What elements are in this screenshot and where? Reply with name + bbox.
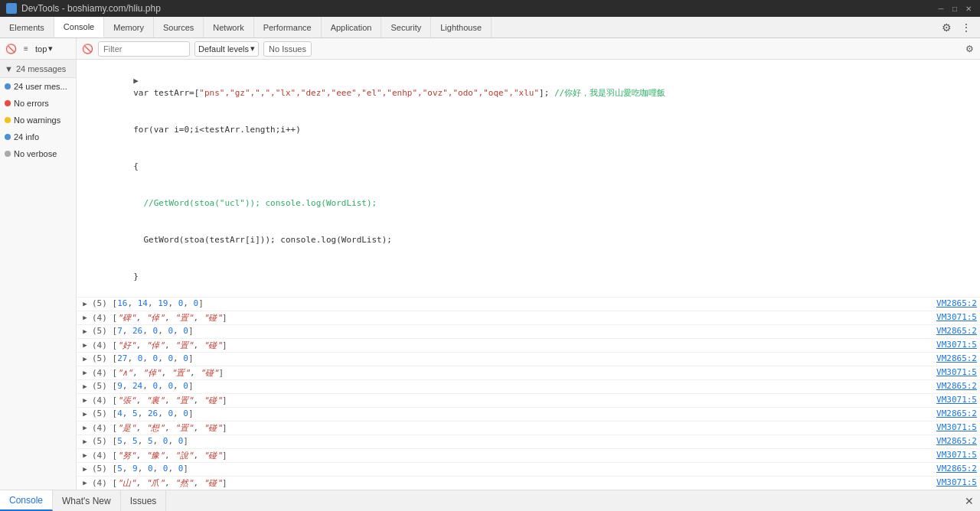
source-link[interactable]: VM2865:2 [936, 381, 977, 391]
console-output[interactable]: ▶ var testArr=["pns","gz",",","lx","dez"… [77, 60, 980, 490]
table-row: ▶(4) ["∧", "倬", "置", "碰"]VM3071:5 [77, 366, 980, 380]
source-link[interactable]: VM3071:5 [936, 450, 977, 460]
bottom-tab-issues[interactable]: Issues [121, 490, 167, 511]
console-row-content: (4) ["張", "裏", "置", "碰"] [92, 395, 930, 406]
console-row-content: (4) ["好", "倬", "置", "碰"] [92, 340, 930, 351]
expand-toggle-icon[interactable]: ▶ [81, 300, 89, 308]
console-row-content: (4) ["山", "爪", "然", "碰"] [92, 477, 930, 489]
expand-arrow: ▼ [5, 64, 13, 73]
settings-icon[interactable]: ⚙ [937, 18, 956, 37]
more-options-icon[interactable]: ⋮ [957, 18, 975, 37]
table-row: ▶(5) [16, 14, 19, 0, 0]VM2865:2 [77, 298, 980, 311]
level-dropdown[interactable]: top ▾ [35, 44, 53, 54]
table-row: ▶(4) ["碑", "倬", "置", "碰"]VM3071:5 [77, 311, 980, 325]
bottom-tab-whats-new[interactable]: What's New [53, 490, 121, 511]
main-area: 🚫 ≡ top ▾ ▼ 24 messages 24 user mes... N… [0, 38, 980, 490]
no-issues-button[interactable]: No Issues [263, 41, 312, 57]
expand-toggle-icon[interactable]: ▶ [81, 410, 89, 418]
console-row-content: (5) [16, 14, 19, 0, 0] [92, 298, 930, 308]
sidebar-item-user-messages[interactable]: 24 user mes... [0, 78, 76, 95]
source-link[interactable]: VM3071:5 [936, 477, 977, 487]
dock-icon[interactable]: ⚙ [963, 43, 975, 55]
devtools-icon [6, 3, 17, 14]
dot-icon [5, 83, 11, 90]
expand-toggle-icon[interactable]: ▶ [81, 438, 89, 445]
table-row: ▶(4) ["好", "倬", "置", "碰"]VM3071:5 [77, 339, 980, 353]
code-line-1: ▶ var testArr=["pns","gz",",","lx","dez"… [83, 63, 974, 112]
expand-toggle-icon[interactable]: ▶ [81, 355, 89, 363]
source-link[interactable]: VM3071:5 [936, 367, 977, 377]
source-link[interactable]: VM3071:5 [936, 312, 977, 322]
table-row: ▶(5) [5, 9, 0, 0, 0]VM2865:2 [77, 463, 980, 477]
close-icon[interactable]: ✕ [963, 3, 974, 14]
console-row-content: (5) [27, 0, 0, 0, 0] [92, 353, 930, 363]
bottom-tab-console[interactable]: Console [0, 490, 53, 511]
table-row: ▶(4) ["是", "想", "置", "碰"]VM3071:5 [77, 421, 980, 435]
tab-lighthouse[interactable]: Lighthouse [431, 17, 492, 37]
table-row: ▶(5) [5, 5, 5, 0, 0]VM2865:2 [77, 435, 980, 449]
expand-toggle-icon[interactable]: ▶ [81, 341, 89, 349]
source-link[interactable]: VM2865:2 [936, 353, 977, 363]
clear-console-button[interactable]: 🚫 [81, 43, 93, 55]
expand-toggle-icon[interactable]: ▶ [81, 451, 89, 459]
console-toolbar: 🚫 Default levels ▾ No Issues ⚙ [77, 38, 980, 60]
code-block: ▶ var testArr=["pns","gz",",","lx","dez"… [77, 61, 980, 298]
source-link[interactable]: VM2865:2 [936, 408, 977, 418]
table-row: ▶(5) [7, 26, 0, 0, 0]VM2865:2 [77, 325, 980, 339]
sidebar-item-no-verbose[interactable]: No verbose [0, 145, 76, 162]
console-panel: 🚫 Default levels ▾ No Issues ⚙ ▶ var tes… [77, 38, 980, 490]
sidebar: 🚫 ≡ top ▾ ▼ 24 messages 24 user mes... N… [0, 38, 77, 490]
dot-icon [5, 117, 11, 123]
source-link[interactable]: VM2865:2 [936, 464, 977, 474]
source-link[interactable]: VM3071:5 [936, 422, 977, 432]
code-line-5: GetWord(stoa(testArr[i])); console.log(W… [83, 222, 974, 259]
prompt-arrow: ▶ [133, 76, 139, 86]
close-bottom-bar-button[interactable]: ✕ [965, 495, 980, 507]
expand-toggle-icon[interactable]: ▶ [81, 465, 89, 473]
sidebar-item-info[interactable]: 24 info [0, 129, 76, 145]
window-controls: ─ □ ✕ [936, 3, 974, 14]
tab-elements[interactable]: Elements [0, 17, 54, 37]
tab-sources[interactable]: Sources [154, 17, 204, 37]
sidebar-clear-icon[interactable]: 🚫 [5, 43, 17, 55]
console-row-content: (4) ["碑", "倬", "置", "碰"] [92, 312, 930, 324]
expand-toggle-icon[interactable]: ▶ [81, 396, 89, 404]
expand-toggle-icon[interactable]: ▶ [81, 479, 89, 487]
tab-network[interactable]: Network [204, 17, 253, 37]
maximize-icon[interactable]: □ [949, 3, 960, 14]
expand-toggle-icon[interactable]: ▶ [81, 327, 89, 335]
tab-memory[interactable]: Memory [104, 17, 154, 37]
sidebar-top: 🚫 ≡ top ▾ [0, 38, 76, 60]
source-link[interactable]: VM3071:5 [936, 395, 977, 405]
tab-security[interactable]: Security [381, 17, 431, 37]
console-row-content: (4) ["努", "豫", "說", "碰"] [92, 450, 930, 461]
dot-icon [5, 151, 11, 157]
source-link[interactable]: VM3071:5 [936, 340, 977, 350]
tab-application[interactable]: Application [322, 17, 382, 37]
expand-toggle-icon[interactable]: ▶ [81, 314, 89, 321]
console-row-content: (4) ["∧", "倬", "置", "碰"] [92, 367, 930, 379]
source-link[interactable]: VM2865:2 [936, 436, 977, 446]
source-link[interactable]: VM2865:2 [936, 326, 977, 336]
minimize-icon[interactable]: ─ [936, 3, 946, 14]
expand-toggle-icon[interactable]: ▶ [81, 382, 89, 390]
tab-performance[interactable]: Performance [254, 17, 322, 37]
expand-toggle-icon[interactable]: ▶ [81, 424, 89, 431]
sidebar-item-no-warnings[interactable]: No warnings [0, 112, 76, 129]
source-link[interactable]: VM2865:2 [936, 298, 977, 308]
tab-console[interactable]: Console [54, 17, 104, 37]
filter-input[interactable] [98, 41, 190, 57]
table-row: ▶(5) [9, 24, 0, 0, 0]VM2865:2 [77, 380, 980, 394]
dot-icon [5, 134, 11, 140]
console-row-content: (5) [7, 26, 0, 0, 0] [92, 326, 930, 336]
default-levels-dropdown[interactable]: Default levels ▾ [194, 41, 259, 57]
console-row-content: (5) [5, 5, 5, 0, 0] [92, 436, 930, 446]
sidebar-item-no-errors[interactable]: No errors [0, 95, 76, 112]
code-line-4: //GetWord(stoa("ucl")); console.log(Word… [83, 185, 974, 222]
sidebar-expand-icon[interactable]: ≡ [20, 43, 32, 55]
console-row-content: (5) [4, 5, 26, 0, 0] [92, 408, 930, 418]
nav-settings: ⚙ ⋮ [937, 18, 980, 37]
table-row: ▶(4) ["努", "豫", "說", "碰"]VM3071:5 [77, 449, 980, 463]
expand-toggle-icon[interactable]: ▶ [81, 369, 89, 376]
msg-count-bar[interactable]: ▼ 24 messages [0, 60, 76, 78]
